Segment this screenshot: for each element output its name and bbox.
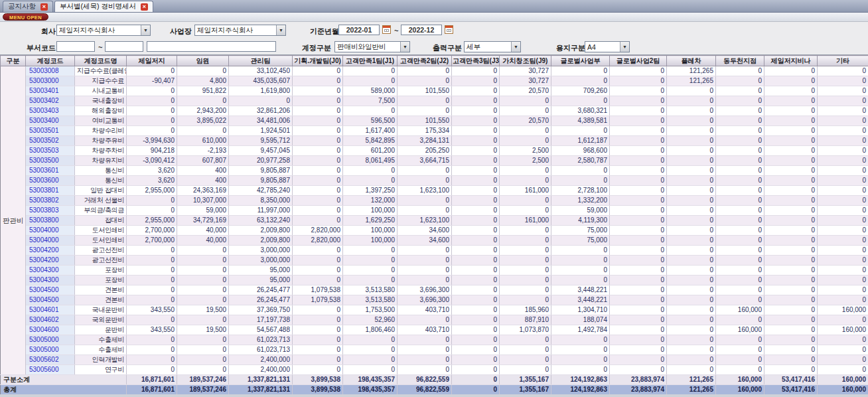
column-header[interactable]: 글로벌사업부 xyxy=(551,56,610,66)
amount-cell[interactable]: 0 xyxy=(500,106,551,116)
amount-cell[interactable]: 0 xyxy=(667,146,716,156)
table-row[interactable]: 53005000수출제비0061,023,71300000000000 xyxy=(1,345,868,355)
amount-cell[interactable]: 0 xyxy=(551,246,610,256)
amount-cell[interactable]: 0 xyxy=(667,226,716,236)
account-code-cell[interactable]: 53003403 xyxy=(26,106,75,116)
amount-cell[interactable]: 9,805,887 xyxy=(229,166,293,176)
amount-cell[interactable]: 0 xyxy=(667,86,716,96)
table-row[interactable]: 53004300포장비0095,00000000000000 xyxy=(1,266,868,276)
account-name-cell[interactable]: 지급수수료(클레임) xyxy=(75,66,127,76)
amount-cell[interactable]: 0 xyxy=(398,206,452,216)
amount-cell[interactable]: 3,696,300 xyxy=(398,285,452,295)
amount-cell[interactable]: 1,753,500 xyxy=(343,305,398,315)
account-code-cell[interactable]: 53004500 xyxy=(26,285,75,295)
amount-cell[interactable]: 0 xyxy=(764,146,818,156)
amount-cell[interactable]: 403,710 xyxy=(398,305,452,315)
amount-cell[interactable]: 0 xyxy=(500,256,551,266)
amount-cell[interactable]: 0 xyxy=(667,256,716,266)
account-code-cell[interactable]: 53003600 xyxy=(26,176,75,186)
amount-cell[interactable]: 96,822,559 xyxy=(398,385,452,395)
amount-cell[interactable]: 0 xyxy=(500,365,551,375)
column-header[interactable]: 제일저지 xyxy=(127,56,177,66)
amount-cell[interactable]: 1,355,167 xyxy=(500,385,551,395)
amount-cell[interactable]: 0 xyxy=(398,246,452,256)
amount-cell[interactable]: 96,822,559 xyxy=(398,375,452,385)
account-name-cell[interactable]: 통신비 xyxy=(75,166,127,176)
amount-cell[interactable]: 42,785,240 xyxy=(229,186,293,196)
amount-cell[interactable]: 0 xyxy=(293,66,343,76)
amount-cell[interactable]: 0 xyxy=(127,86,177,96)
amount-cell[interactable]: 0 xyxy=(343,176,398,186)
account-code-cell[interactable]: 53003803 xyxy=(26,206,75,216)
amount-cell[interactable]: 161,000 xyxy=(500,186,551,196)
amount-cell[interactable]: 0 xyxy=(716,365,764,375)
amount-cell[interactable]: 0 xyxy=(764,345,818,355)
amount-cell[interactable]: 0 xyxy=(452,236,500,246)
amount-cell[interactable]: 0 xyxy=(764,136,818,146)
amount-cell[interactable]: 0 xyxy=(127,276,177,285)
amount-cell[interactable]: 0 xyxy=(610,116,667,126)
account-name-cell[interactable]: 일반 접대비 xyxy=(75,186,127,196)
amount-cell[interactable]: 0 xyxy=(500,176,551,186)
amount-cell[interactable]: 0 xyxy=(452,256,500,266)
amount-cell[interactable]: 61,023,713 xyxy=(229,335,293,345)
table-row[interactable]: 53004500견본비0026,245,4771,079,5383,513,58… xyxy=(1,285,868,295)
amount-cell[interactable]: 0 xyxy=(716,176,764,186)
amount-cell[interactable]: 160,000 xyxy=(716,375,764,385)
table-row[interactable]: 53004200광고선전비003,000,00000000000000 xyxy=(1,256,868,266)
amount-cell[interactable]: 0 xyxy=(127,365,177,375)
amount-cell[interactable]: 0 xyxy=(764,266,818,276)
amount-cell[interactable]: 0 xyxy=(818,66,868,76)
amount-cell[interactable]: 0 xyxy=(667,186,716,196)
amount-cell[interactable]: 185,960 xyxy=(500,305,551,315)
amount-cell[interactable]: 0 xyxy=(764,66,818,76)
amount-cell[interactable]: 20,570 xyxy=(500,116,551,126)
amount-cell[interactable]: 0 xyxy=(293,216,343,226)
account-name-cell[interactable]: 국내운반비 xyxy=(75,305,127,315)
amount-cell[interactable]: 0 xyxy=(127,285,177,295)
amount-cell[interactable]: 0 xyxy=(610,126,667,136)
amount-cell[interactable]: 0 xyxy=(452,365,500,375)
amount-cell[interactable]: 0 xyxy=(452,126,500,136)
amount-cell[interactable]: 0 xyxy=(452,176,500,186)
amount-cell[interactable]: 3,448,221 xyxy=(551,295,610,305)
table-row[interactable]: 53003600통신비3,6204009,805,88700000000000 xyxy=(1,176,868,186)
output-type-select[interactable]: 세부 ▼ xyxy=(464,41,521,52)
amount-cell[interactable]: 0 xyxy=(667,216,716,226)
amount-cell[interactable]: 0 xyxy=(127,196,177,206)
amount-cell[interactable]: 0 xyxy=(127,266,177,276)
amount-cell[interactable]: 0 xyxy=(500,96,551,106)
amount-cell[interactable]: 3,620 xyxy=(127,166,177,176)
amount-cell[interactable]: 0 xyxy=(716,116,764,126)
amount-cell[interactable]: 0 xyxy=(293,186,343,196)
column-header[interactable]: 계정코드 xyxy=(26,56,75,66)
amount-cell[interactable]: 343,550 xyxy=(127,325,177,335)
amount-cell[interactable]: 8,061,495 xyxy=(343,156,398,166)
amount-cell[interactable]: 0 xyxy=(716,256,764,266)
amount-cell[interactable]: 1,355,167 xyxy=(500,375,551,385)
amount-cell[interactable]: 0 xyxy=(818,345,868,355)
amount-cell[interactable]: 3,895,022 xyxy=(177,116,229,126)
amount-cell[interactable]: 0 xyxy=(343,106,398,116)
amount-cell[interactable]: 0 xyxy=(500,355,551,365)
amount-cell[interactable]: 0 xyxy=(610,106,667,116)
table-row[interactable]: 53003000지급수수료-90,4074,800435,035,6070000… xyxy=(1,76,868,86)
amount-cell[interactable]: 0 xyxy=(667,116,716,126)
amount-cell[interactable]: -3,090,412 xyxy=(127,156,177,166)
amount-cell[interactable]: 0 xyxy=(177,266,229,276)
account-name-cell[interactable]: 해외출장비 xyxy=(75,106,127,116)
table-row[interactable]: 53005600연구비002,400,00000000000000 xyxy=(1,365,868,375)
dept-to-input[interactable] xyxy=(105,41,143,52)
paper-type-select[interactable]: A4 ▼ xyxy=(585,41,630,52)
amount-cell[interactable]: 0 xyxy=(818,106,868,116)
amount-cell[interactable]: 0 xyxy=(667,196,716,206)
amount-cell[interactable]: 0 xyxy=(716,285,764,295)
amount-cell[interactable]: 0 xyxy=(551,276,610,285)
amount-cell[interactable]: 0 xyxy=(818,285,868,295)
amount-cell[interactable]: 0 xyxy=(764,325,818,335)
amount-cell[interactable]: 0 xyxy=(764,116,818,126)
table-row[interactable]: 53003803부의금/축의금059,00011,997,0000100,000… xyxy=(1,206,868,216)
amount-cell[interactable]: 2,955,000 xyxy=(127,216,177,226)
amount-cell[interactable]: 1,337,821,131 xyxy=(229,385,293,395)
amount-cell[interactable]: 0 xyxy=(127,106,177,116)
